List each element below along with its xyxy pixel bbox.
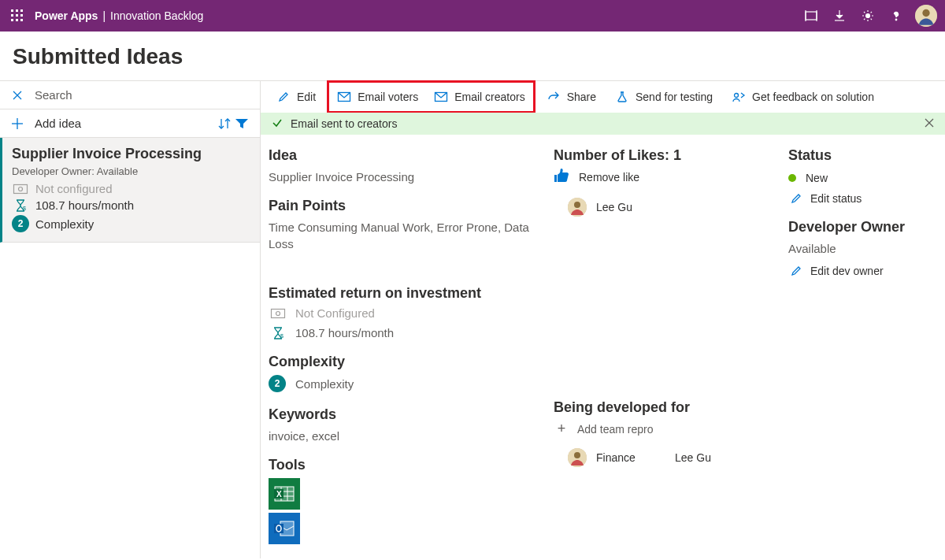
pencil-icon <box>276 91 291 102</box>
card-title: Supplier Invoice Processing <box>12 146 250 162</box>
waffle-icon[interactable] <box>11 9 24 22</box>
svg-text:X: X <box>276 490 282 499</box>
dev-team: Finance <box>596 451 675 464</box>
avatar <box>568 448 587 467</box>
roi-hours-row: $ 108.7 hours/month <box>269 326 539 339</box>
sort-icon[interactable] <box>216 118 233 129</box>
add-team-button[interactable]: + Add team repro <box>554 421 774 437</box>
title-separator: | <box>102 9 106 22</box>
svg-text:$: $ <box>280 333 284 339</box>
roi-cost-row: Not Configured <box>269 306 539 320</box>
svg-point-50 <box>574 452 580 458</box>
svg-rect-1 <box>16 9 18 12</box>
email-creators-button[interactable]: Email creators <box>426 84 532 109</box>
svg-point-29 <box>735 94 739 98</box>
gear-icon[interactable] <box>854 0 882 32</box>
roi-hours: 108.7 hours/month <box>295 326 394 339</box>
status-heading: Status <box>788 147 937 164</box>
pain-value: Time Consuming Manual Work, Error Prone,… <box>269 219 539 252</box>
detail-col-3: Status New Edit status Developer Owner A… <box>788 146 937 547</box>
card-owner: Developer Owner: Available <box>12 165 250 177</box>
svg-rect-24 <box>14 184 28 193</box>
roi-cost: Not Configured <box>295 306 375 320</box>
download-icon[interactable] <box>825 0 854 32</box>
liker-name: Lee Gu <box>596 201 632 213</box>
share-button[interactable]: Share <box>539 84 604 109</box>
fit-icon[interactable] <box>797 0 825 32</box>
idea-value: Supplier Invoice Processing <box>269 169 539 185</box>
card-complexity-row: 2 Complexity <box>12 215 250 232</box>
add-idea-label: Add idea <box>35 117 81 130</box>
roi-heading: Estimated return on investment <box>269 285 539 302</box>
detail-col-1: Idea Supplier Invoice Processing Pain Po… <box>269 146 539 547</box>
sidebar: Search Add idea Supplier Invoice Process… <box>0 80 260 558</box>
search-row[interactable]: Search <box>0 81 260 109</box>
svg-point-25 <box>19 187 23 191</box>
hourglass-icon: $ <box>269 327 287 339</box>
remove-like-label: Remove like <box>579 171 639 184</box>
banner-text: Email sent to creators <box>291 117 397 130</box>
close-icon[interactable] <box>925 117 934 130</box>
hourglass-icon: $ <box>12 199 29 212</box>
likes-heading: Number of Likes: 1 <box>554 147 774 164</box>
plus-icon: + <box>554 421 569 437</box>
tools-list: X <box>269 478 539 544</box>
search-label: Search <box>35 88 72 102</box>
clear-icon[interactable] <box>9 91 25 100</box>
app-header: Power Apps | Innovation Backlog <box>0 0 945 32</box>
svg-point-48 <box>574 202 580 208</box>
dev-for-row: Finance Lee Gu <box>554 448 774 467</box>
svg-rect-32 <box>272 309 285 317</box>
idea-detail: Idea Supplier Invoice Processing Pain Po… <box>261 135 945 558</box>
money-icon <box>12 184 29 194</box>
developed-heading: Being developed for <box>554 399 774 416</box>
page-title: Submitted Ideas <box>0 32 945 80</box>
excel-icon: X <box>269 478 300 510</box>
help-icon[interactable] <box>882 0 910 32</box>
outlook-icon <box>269 513 300 544</box>
svg-rect-8 <box>20 19 23 21</box>
send-for-testing-button[interactable]: Send for testing <box>607 84 721 109</box>
edit-button[interactable]: Edit <box>269 84 324 109</box>
user-avatar[interactable] <box>915 5 937 27</box>
add-idea-row[interactable]: Add idea <box>0 109 260 138</box>
feedback-icon <box>732 91 746 102</box>
idea-card[interactable]: Supplier Invoice Processing Developer Ow… <box>0 138 260 243</box>
mail-icon <box>434 92 448 102</box>
svg-rect-5 <box>20 14 23 17</box>
dev-person: Lee Gu <box>675 451 711 464</box>
card-hours: 108.7 hours/month <box>35 198 134 212</box>
owner-heading: Developer Owner <box>788 219 937 235</box>
idea-heading: Idea <box>269 147 539 164</box>
svg-point-15 <box>895 19 896 20</box>
card-complexity: Complexity <box>35 217 94 231</box>
share-icon <box>547 91 561 102</box>
complexity-badge: 2 <box>269 375 286 392</box>
get-feedback-button[interactable]: Get feedback on solution <box>724 84 882 109</box>
svg-rect-7 <box>16 19 18 21</box>
thumb-up-icon <box>554 169 569 185</box>
app-name-label: Innovation Backlog <box>110 9 203 22</box>
status-value: New <box>806 172 828 184</box>
brand-label: Power Apps <box>35 9 98 22</box>
svg-rect-3 <box>11 14 13 17</box>
pencil-icon <box>788 265 804 276</box>
svg-point-14 <box>866 14 870 18</box>
svg-rect-6 <box>11 19 13 21</box>
svg-rect-0 <box>11 9 13 12</box>
edit-owner-button[interactable]: Edit dev owner <box>788 265 937 277</box>
svg-rect-9 <box>806 12 817 20</box>
svg-point-33 <box>276 311 280 315</box>
email-voters-button[interactable]: Email voters <box>329 84 426 109</box>
keywords-heading: Keywords <box>269 406 539 423</box>
check-icon <box>272 117 283 131</box>
edit-status-button[interactable]: Edit status <box>788 192 937 205</box>
card-cost: Not configured <box>35 182 113 195</box>
edit-owner-label: Edit dev owner <box>810 265 884 277</box>
remove-like-button[interactable]: Remove like <box>554 169 774 185</box>
card-cost-row: Not configured <box>12 182 250 195</box>
filter-icon[interactable] <box>233 118 250 129</box>
highlighted-commands: Email voters Email creators <box>327 80 536 113</box>
status-dot-icon <box>788 174 796 182</box>
complexity-heading: Complexity <box>269 354 539 370</box>
